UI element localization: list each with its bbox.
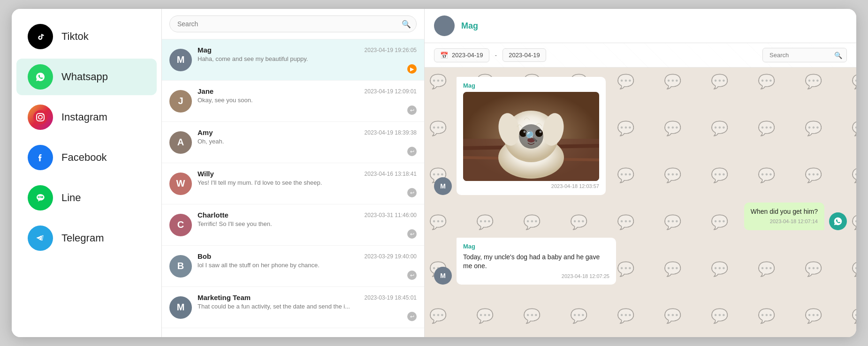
conv-preview-mag: Haha, come and see my beautiful puppy. — [198, 55, 417, 62]
conv-name-bob: Bob — [198, 252, 211, 260]
msg-sender-msg1: Mag — [463, 82, 599, 90]
sidebar-item-whatsapp[interactable]: Whatsapp — [16, 59, 157, 95]
conv-preview-marketing: That could be a fun activity, set the da… — [198, 303, 417, 310]
conv-preview-willy: Yes! I'll tell my mum. I'd love to see t… — [198, 179, 417, 186]
chat-header: Mag — [425, 9, 856, 43]
svg-point-7 — [33, 191, 47, 205]
svg-rect-2 — [33, 110, 47, 124]
conv-avatar-mag: M — [169, 49, 192, 71]
conv-name-charlotte: Charlotte — [198, 211, 228, 219]
conv-preview-charlotte: Terrific! So I'll see you then. — [198, 220, 417, 227]
instagram-icon — [28, 105, 53, 130]
line-icon — [28, 185, 53, 211]
whatsapp-icon — [28, 64, 53, 90]
msg-content-msg2: When did you get him? — [751, 207, 818, 217]
conv-item-willy[interactable]: WWilly2023-04-16 13:18:41Yes! I'll tell … — [162, 163, 424, 204]
facebook-icon — [28, 145, 53, 170]
conv-item-mag[interactable]: MMag2023-04-19 19:26:05Haha, come and se… — [162, 39, 424, 81]
sidebar-item-facebook-label: Facebook — [61, 151, 107, 164]
conv-avatar-amy: A — [169, 131, 192, 154]
sidebar-item-facebook[interactable]: Facebook — [16, 139, 157, 176]
sidebar-item-instagram[interactable]: Instagram — [16, 99, 157, 135]
conv-badge-charlotte: ↩ — [407, 229, 417, 239]
conv-item-marketing[interactable]: MMarketing Team2023-03-19 18:45:01That c… — [162, 287, 424, 328]
conv-preview-amy: Oh, yeah. — [198, 138, 417, 145]
date-search-icon: 🔍 — [834, 52, 842, 59]
conv-item-bob[interactable]: BBob2023-03-29 19:40:00lol I saw all the… — [162, 246, 424, 287]
date-to: 2023-04-19 — [509, 52, 540, 59]
conv-avatar-charlotte: C — [169, 214, 192, 236]
msg-time-msg3: 2023-04-18 12:07:25 — [463, 273, 609, 280]
conv-avatar-jane: J — [169, 90, 192, 113]
conv-item-charlotte[interactable]: CCharlotte2023-03-31 11:46:00Terrific! S… — [162, 204, 424, 246]
sidebar-item-tiktok-label: Tiktok — [61, 30, 89, 43]
date-from-wrap[interactable]: 📅 2023-04-19 — [434, 48, 489, 62]
conversation-list: 🔍 MMag2023-04-19 19:26:05Haha, come and … — [162, 9, 425, 337]
conv-search-input[interactable] — [169, 15, 417, 32]
conv-search-wrap: 🔍 — [169, 15, 417, 32]
date-from: 2023-04-19 — [452, 52, 483, 59]
conv-preview-bob: lol I saw all the stuff on her phone by … — [198, 262, 417, 269]
sidebar-item-line-label: Line — [61, 192, 81, 204]
conv-badge-amy: ↩ — [407, 147, 417, 156]
conv-item-amy[interactable]: AAmy2023-04-19 18:39:38Oh, yeah.↩ — [162, 122, 424, 163]
conv-avatar-bob: B — [169, 255, 192, 278]
conv-name-mag: Mag — [198, 46, 212, 54]
conv-name-willy: Willy — [198, 170, 214, 178]
conv-avatar-willy: W — [169, 173, 192, 195]
msg-row-msg3: MMagToday, my uncle's dog had a baby and… — [434, 238, 847, 285]
conv-time-willy: 2023-04-16 13:18:41 — [365, 171, 417, 177]
msg-time-msg2: 2023-04-18 12:07:14 — [751, 218, 818, 225]
app-container: Tiktok Whatsapp — [12, 9, 856, 337]
msg-row-msg1: MMag — [434, 77, 847, 195]
sidebar-item-tiktok[interactable]: Tiktok — [16, 18, 157, 55]
conversation-items: MMag2023-04-19 19:26:05Haha, come and se… — [162, 39, 424, 328]
conv-time-jane: 2023-04-19 12:09:01 — [365, 88, 417, 95]
sidebar-item-instagram-label: Instagram — [61, 111, 107, 123]
chat-messages: MMag — [425, 68, 856, 337]
msg-bubble-msg1: Mag — [457, 77, 606, 195]
msg-avatar-msg3: M — [434, 267, 452, 285]
msg-image-msg1[interactable]: 🔍 — [463, 92, 599, 181]
sidebar: Tiktok Whatsapp — [12, 9, 162, 337]
conv-badge-willy: ↩ — [407, 188, 417, 197]
msg-sender-msg3: Mag — [463, 242, 609, 251]
conv-time-charlotte: 2023-03-31 11:46:00 — [365, 212, 417, 218]
sidebar-item-whatsapp-label: Whatsapp — [61, 71, 108, 83]
date-to-wrap[interactable]: 2023-04-19 — [503, 48, 546, 62]
msg-image-overlay-msg1[interactable]: 🔍 — [519, 124, 543, 149]
date-separator: - — [495, 52, 497, 59]
sidebar-item-line[interactable]: Line — [16, 180, 157, 216]
msg-out-avatar-msg2 — [829, 212, 847, 230]
msg-avatar-msg1: M — [434, 177, 452, 195]
msg-bubble-msg3: MagToday, my uncle's dog had a baby and … — [457, 238, 616, 285]
conv-search-icon: 🔍 — [402, 20, 411, 29]
conv-badge-bob: ↩ — [407, 271, 417, 280]
conv-badge-mag: ▶ — [407, 64, 417, 74]
chat-header-avatar — [434, 15, 455, 36]
conv-badge-marketing: ↩ — [407, 312, 417, 321]
conv-name-jane: Jane — [198, 87, 213, 95]
conv-time-bob: 2023-03-29 19:40:00 — [365, 253, 417, 260]
conv-time-amy: 2023-04-19 18:39:38 — [365, 129, 417, 136]
tiktok-icon — [28, 24, 53, 49]
sidebar-item-telegram[interactable]: Telegram — [16, 220, 157, 256]
sidebar-item-telegram-label: Telegram — [61, 232, 104, 244]
conv-badge-jane: ↩ — [407, 105, 417, 115]
msg-time-msg1: 2023-04-18 12:03:57 — [463, 183, 599, 190]
conv-avatar-marketing: M — [169, 296, 192, 319]
conv-name-amy: Amy — [198, 128, 213, 136]
date-filter-bar: 📅 2023-04-19 - 2023-04-19 🔍 — [425, 43, 856, 68]
msg-row-msg2: When did you get him?2023-04-18 12:07:14 — [434, 203, 847, 230]
chat-header-name: Mag — [461, 21, 478, 31]
conv-name-marketing: Marketing Team — [198, 293, 251, 301]
svg-point-5 — [43, 114, 44, 115]
conv-search-bar: 🔍 — [162, 9, 424, 39]
msg-content-msg3: Today, my uncle's dog had a baby and he … — [463, 253, 609, 271]
conv-item-jane[interactable]: JJane2023-04-19 12:09:01Okay, see you so… — [162, 81, 424, 122]
telegram-icon — [28, 226, 53, 251]
conv-time-marketing: 2023-03-19 18:45:01 — [365, 294, 417, 301]
date-search-wrap: 🔍 — [762, 48, 847, 62]
conv-time-mag: 2023-04-19 19:26:05 — [365, 47, 417, 53]
msg-bubble-msg2: When did you get him?2023-04-18 12:07:14 — [744, 203, 824, 230]
